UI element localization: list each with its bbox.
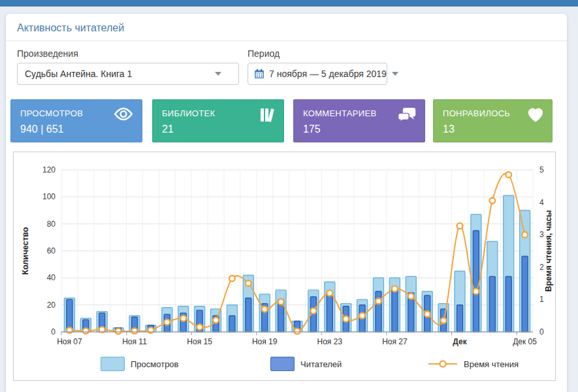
- svg-text:1: 1: [539, 295, 544, 304]
- stat-value: 21: [162, 123, 274, 135]
- stat-label: БИБЛИОТЕК: [162, 108, 274, 118]
- line-marker-icon: [427, 359, 458, 368]
- eye-icon: [113, 107, 134, 123]
- stat-value: 940 | 651: [20, 123, 133, 135]
- divider: [6, 41, 567, 41]
- svg-text:Дек 05: Дек 05: [513, 337, 537, 346]
- svg-text:100: 100: [42, 192, 56, 201]
- activity-panel: Активность читателей Произведения Период…: [6, 14, 567, 392]
- svg-text:Ноя 07: Ноя 07: [57, 337, 82, 346]
- svg-text:60: 60: [47, 246, 56, 255]
- svg-text:20: 20: [47, 301, 56, 310]
- svg-text:Ноя 23: Ноя 23: [317, 337, 343, 346]
- period-select-value: 7 ноября — 5 декабря 2019: [269, 69, 387, 79]
- stat-card-likes: ПОНРАВИЛОСЬ 13: [433, 99, 553, 142]
- svg-text:40: 40: [47, 273, 56, 282]
- chevron-down-icon: [215, 72, 221, 76]
- svg-text:120: 120: [42, 165, 56, 174]
- chart-canvas: 020406080100120012345Ноя 07Ноя 11Ноя 15Н…: [14, 152, 555, 380]
- svg-text:0: 0: [539, 327, 544, 336]
- books-icon: [259, 107, 276, 125]
- svg-text:2: 2: [539, 263, 544, 272]
- svg-text:4: 4: [539, 198, 544, 207]
- legend-item-views[interactable]: Просмотров: [101, 356, 179, 372]
- calendar-icon: [254, 69, 265, 79]
- legend-item-readers[interactable]: Читателей: [270, 356, 342, 372]
- views-swatch-icon: [101, 357, 125, 371]
- reader-activity-page: { "page": { "title": "Активность читател…: [0, 0, 578, 392]
- stat-card-views: ПРОСМОТРОВ 940 | 651: [10, 99, 142, 142]
- comments-icon: [397, 107, 417, 125]
- stat-card-comments: КОММЕНТАРИЕВ 175: [293, 99, 425, 142]
- chevron-down-icon: [392, 72, 398, 76]
- svg-text:Количество: Количество: [21, 227, 30, 274]
- works-label: Произведения: [17, 48, 78, 59]
- top-bar: [0, 0, 578, 7]
- legend-label: Читателей: [300, 359, 342, 369]
- activity-chart: 020406080100120012345Ноя 07Ноя 11Ноя 15Н…: [13, 152, 556, 381]
- svg-text:Ноя 11: Ноя 11: [122, 337, 147, 346]
- works-select-value: Судьбы Антейна. Книга 1: [25, 69, 210, 79]
- period-select[interactable]: 7 ноября — 5 декабря 2019: [248, 63, 387, 85]
- legend-label: Время чтения: [464, 359, 519, 369]
- svg-text:0: 0: [51, 327, 56, 336]
- works-select[interactable]: Судьбы Антейна. Книга 1: [17, 63, 239, 85]
- period-label: Период: [248, 48, 280, 59]
- svg-text:Ноя 15: Ноя 15: [187, 337, 212, 346]
- page-title: Активность читателей: [17, 22, 124, 34]
- svg-text:Ноя 19: Ноя 19: [252, 337, 278, 346]
- heart-icon: [527, 107, 544, 125]
- legend-label: Просмотров: [131, 359, 179, 369]
- svg-text:Дек: Дек: [453, 337, 467, 346]
- stat-card-libraries: БИБЛИОТЕК 21: [152, 99, 284, 142]
- svg-text:3: 3: [539, 230, 544, 239]
- svg-text:Время чтения, часы: Время чтения, часы: [544, 210, 553, 291]
- readers-swatch-icon: [270, 357, 295, 371]
- svg-text:Ноя 27: Ноя 27: [382, 337, 408, 346]
- legend-item-reading-time[interactable]: Время чтения: [427, 356, 519, 372]
- svg-text:80: 80: [47, 220, 56, 229]
- svg-text:5: 5: [539, 165, 544, 174]
